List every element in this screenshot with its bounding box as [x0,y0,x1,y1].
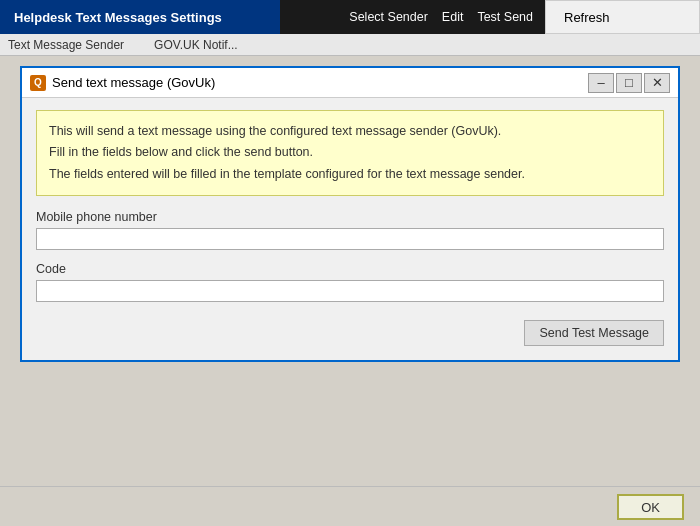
app-title: Helpdesk Text Messages Settings [0,0,280,34]
info-box: This will send a text message using the … [36,110,664,196]
dialog-body: This will send a text message using the … [22,98,678,360]
close-button[interactable]: ✕ [644,73,670,93]
sub-header-col2: GOV.UK Notif... [154,38,238,52]
dialog-title: Send text message (GovUk) [52,75,588,90]
code-input[interactable] [36,280,664,302]
select-sender-action[interactable]: Select Sender [349,10,428,24]
maximize-button[interactable]: □ [616,73,642,93]
main-area: Q Send text message (GovUk) – □ ✕ This w… [0,56,700,504]
send-button-row: Send Test Message [36,320,664,346]
send-test-message-button[interactable]: Send Test Message [524,320,664,346]
refresh-button[interactable]: Refresh [545,0,700,34]
mobile-phone-input[interactable] [36,228,664,250]
ok-button[interactable]: OK [617,494,684,520]
code-label: Code [36,262,664,276]
minimize-button[interactable]: – [588,73,614,93]
info-line-1: This will send a text message using the … [49,121,651,142]
info-line-3: The fields entered will be filled in the… [49,164,651,185]
test-send-action[interactable]: Test Send [477,10,533,24]
bottom-bar: OK [0,486,700,526]
header-actions: Select Sender Edit Test Send [280,0,545,34]
info-line-2: Fill in the fields below and click the s… [49,142,651,163]
mobile-phone-group: Mobile phone number [36,210,664,250]
edit-action[interactable]: Edit [442,10,464,24]
sub-header: Text Message Sender GOV.UK Notif... [0,34,700,56]
send-text-dialog: Q Send text message (GovUk) – □ ✕ This w… [20,66,680,362]
header-left: Helpdesk Text Messages Settings Select S… [0,0,545,34]
sub-header-col1: Text Message Sender [8,38,124,52]
refresh-label: Refresh [564,10,610,25]
header: Helpdesk Text Messages Settings Select S… [0,0,700,34]
app-title-text: Helpdesk Text Messages Settings [14,10,222,25]
code-group: Code [36,262,664,302]
dialog-controls: – □ ✕ [588,73,670,93]
dialog-titlebar: Q Send text message (GovUk) – □ ✕ [22,68,678,98]
dialog-icon: Q [30,75,46,91]
mobile-phone-label: Mobile phone number [36,210,664,224]
